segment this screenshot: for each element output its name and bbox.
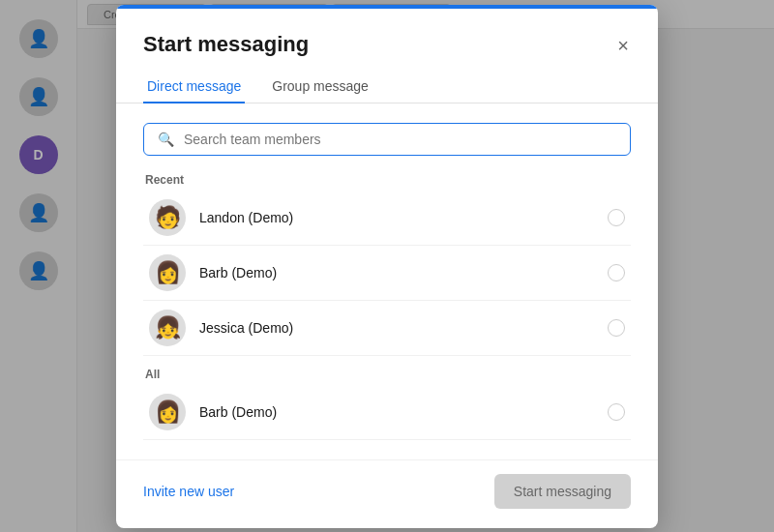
tab-group-message[interactable]: Group message [268,71,372,103]
modal-footer: Invite new user Start messaging [116,459,658,528]
modal-tabs: Direct message Group message [116,57,658,103]
modal-title: Start messaging [143,32,309,57]
user-name-jessica: Jessica (Demo) [199,320,608,336]
radio-landon[interactable] [608,209,625,226]
radio-jessica[interactable] [608,319,625,337]
user-name-barb-recent: Barb (Demo) [199,265,608,281]
radio-barb-recent[interactable] [608,264,625,281]
search-box[interactable]: 🔍 [143,123,631,156]
list-item[interactable]: 👧 Jessica (Demo) [143,301,631,356]
user-name-barb-all: Barb (Demo) [199,404,608,420]
modal-header: Start messaging × [116,9,658,57]
avatar-jessica: 👧 [149,310,186,346]
search-input[interactable] [184,132,616,147]
start-messaging-modal: Start messaging × Direct message Group m… [116,5,658,528]
all-user-list: 👩 Barb (Demo) [143,385,631,440]
list-item[interactable]: 👩 Barb (Demo) [143,385,631,440]
modal-overlay: Start messaging × Direct message Group m… [0,0,774,532]
all-section-label: All [143,368,631,381]
list-item[interactable]: 👩 Barb (Demo) [143,246,631,301]
radio-barb-all[interactable] [608,403,625,421]
tab-direct-message[interactable]: Direct message [143,71,245,103]
search-icon: 🔍 [158,132,174,147]
start-messaging-button[interactable]: Start messaging [494,474,631,509]
avatar-barb-recent: 👩 [149,254,186,291]
user-name-landon: Landon (Demo) [199,210,608,225]
avatar-barb-all: 👩 [149,394,186,430]
avatar-landon: 🧑 [149,199,186,236]
recent-section-label: Recent [143,173,631,187]
recent-user-list: 🧑 Landon (Demo) 👩 Barb (Demo) 👧 Jessica … [143,191,631,356]
modal-body: 🔍 Recent 🧑 Landon (Demo) 👩 Barb (Demo) 👧 [116,103,658,459]
list-item[interactable]: 🧑 Landon (Demo) [143,191,631,246]
invite-new-user-link[interactable]: Invite new user [143,484,234,499]
close-button[interactable]: × [615,34,631,57]
